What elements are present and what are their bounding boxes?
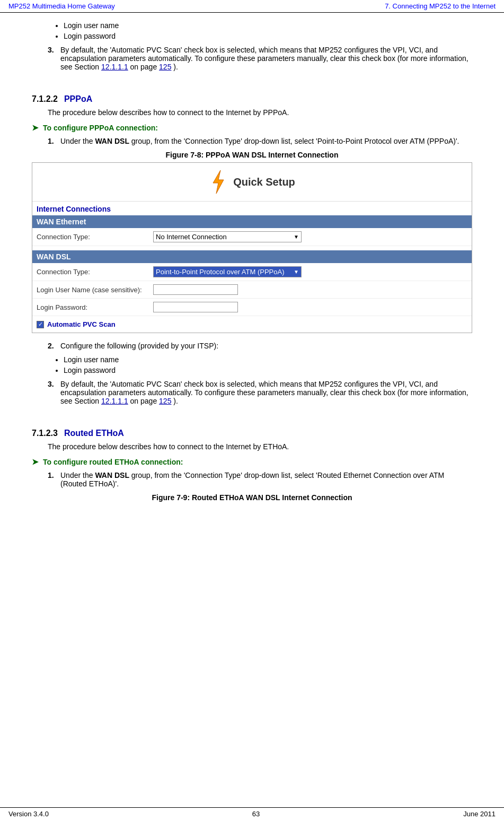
login-user-name-input[interactable] bbox=[153, 284, 238, 295]
login-password-input-wrap bbox=[153, 302, 467, 312]
step3-mid: 3. By default, the 'Automatic PVC Scan' … bbox=[32, 380, 472, 405]
login-password-input[interactable] bbox=[153, 302, 238, 312]
top-bullet-list: Login user name Login password bbox=[32, 21, 472, 40]
procedure-pppoa-heading: ➤ To configure PPPoA connection: bbox=[32, 123, 472, 133]
step-number: 2. bbox=[48, 342, 60, 350]
step-text: By default, the 'Automatic PVC Scan' che… bbox=[60, 380, 472, 405]
wan-dsl-connection-type-select[interactable]: Point-to-Point Protocol over ATM (PPPoA)… bbox=[153, 266, 302, 277]
procedure-pppoa-label: To configure PPPoA connection: bbox=[43, 124, 158, 132]
automatic-pvc-scan-label: Automatic PVC Scan bbox=[47, 320, 116, 328]
select-arrow-icon: ▼ bbox=[294, 234, 299, 240]
footer-date: June 2011 bbox=[463, 810, 496, 818]
figure8-box: Quick Setup Internet Connections WAN Eth… bbox=[32, 162, 472, 333]
login-password-row: Login Password: bbox=[32, 299, 472, 316]
wan-ethernet-connection-type-label: Connection Type: bbox=[37, 233, 153, 241]
wan-dsl-connection-type-row: Connection Type: Point-to-Point Protocol… bbox=[32, 263, 472, 281]
step2-pppoa: 2. Configure the following (provided by … bbox=[32, 342, 472, 350]
wan-dsl-bar: WAN DSL bbox=[32, 250, 472, 263]
step-number: 3. bbox=[48, 46, 60, 71]
link-12111[interactable]: 12.1.1.1 bbox=[101, 63, 128, 71]
login-user-name-input-wrap bbox=[153, 284, 467, 295]
arrow-icon: ➤ bbox=[32, 123, 39, 133]
wan-ethernet-input-wrap: No Internet Connection ▼ bbox=[153, 231, 467, 242]
section-723-intro: The procedure below describes how to con… bbox=[48, 442, 472, 451]
quick-setup-text: Quick Setup bbox=[233, 176, 295, 188]
link-125-mid[interactable]: 125 bbox=[159, 397, 171, 405]
footer-version: Version 3.4.0 bbox=[8, 810, 49, 818]
step1-pppoa: 1. Under the WAN DSL group, from the 'Co… bbox=[32, 137, 472, 145]
login-password-label: Login Password: bbox=[37, 303, 153, 311]
step1-ethoA: 1. Under the WAN DSL group, from the 'Co… bbox=[32, 471, 472, 488]
step-number: 1. bbox=[48, 471, 60, 488]
automatic-pvc-scan-row: ✓ Automatic PVC Scan bbox=[32, 316, 472, 333]
footer-page: 63 bbox=[252, 810, 260, 818]
figure9-title: Figure 7-9: Routed ETHoA WAN DSL Interne… bbox=[32, 493, 472, 502]
internet-connections-label: Internet Connections bbox=[32, 202, 472, 215]
procedure-ethoA-label: To configure routed ETHoA connection: bbox=[43, 458, 183, 466]
section-722-title: PPPoA bbox=[64, 94, 92, 104]
section-723-heading: 7.1.2.3 Routed ETHoA bbox=[32, 429, 472, 438]
step-text: Under the WAN DSL group, from the 'Conne… bbox=[60, 471, 472, 488]
step-text: By default, the 'Automatic PVC Scan' che… bbox=[60, 46, 472, 71]
step-text: Under the WAN DSL group, from the 'Conne… bbox=[60, 137, 472, 145]
mid-bullet-list: Login user name Login password bbox=[32, 355, 472, 374]
figure8-title: Figure 7-8: PPPoA WAN DSL Internet Conne… bbox=[32, 151, 472, 159]
step-number: 3. bbox=[48, 380, 60, 405]
automatic-pvc-scan-checkbox[interactable]: ✓ bbox=[37, 321, 44, 328]
list-item: Login password bbox=[64, 32, 472, 40]
link-125[interactable]: 125 bbox=[159, 63, 171, 71]
select-arrow-icon: ▼ bbox=[294, 269, 299, 275]
header-left: MP252 Multimedia Home Gateway bbox=[8, 2, 115, 10]
section-722-number: 7.1.2.2 bbox=[32, 94, 58, 104]
figure-header: Quick Setup bbox=[32, 163, 472, 202]
svg-marker-0 bbox=[213, 170, 224, 194]
wan-dsl-connection-type-label: Connection Type: bbox=[37, 268, 153, 276]
checkbox-wrap: ✓ Automatic PVC Scan bbox=[37, 320, 116, 328]
page-footer: Version 3.4.0 63 June 2011 bbox=[0, 807, 504, 820]
step-text: Configure the following (provided by you… bbox=[60, 342, 472, 350]
wan-ethernet-connection-type-select[interactable]: No Internet Connection ▼ bbox=[153, 231, 302, 242]
section-722-heading: 7.1.2.2 PPPoA bbox=[32, 94, 472, 104]
section-723-title: Routed ETHoA bbox=[64, 429, 124, 438]
wan-ethernet-connection-type-row: Connection Type: No Internet Connection … bbox=[32, 228, 472, 246]
step-number: 1. bbox=[48, 137, 60, 145]
page-header: MP252 Multimedia Home Gateway 7. Connect… bbox=[0, 0, 504, 13]
section-723-number: 7.1.2.3 bbox=[32, 429, 58, 438]
lightning-icon bbox=[209, 169, 228, 195]
header-right: 7. Connecting MP252 to the Internet bbox=[385, 2, 496, 10]
wan-dsl-input-wrap: Point-to-Point Protocol over ATM (PPPoA)… bbox=[153, 266, 467, 277]
step3-top: 3. By default, the 'Automatic PVC Scan' … bbox=[32, 46, 472, 71]
list-item: Login user name bbox=[64, 355, 472, 364]
list-item: Login password bbox=[64, 366, 472, 374]
list-item: Login user name bbox=[64, 21, 472, 30]
procedure-ethoA-heading: ➤ To configure routed ETHoA connection: bbox=[32, 457, 472, 467]
section-722-intro: The procedure below describes how to con… bbox=[48, 108, 472, 117]
wan-ethernet-bar: WAN Ethernet bbox=[32, 215, 472, 228]
login-user-name-row: Login User Name (case sensitive): bbox=[32, 281, 472, 299]
arrow-icon: ➤ bbox=[32, 457, 39, 467]
login-user-name-label: Login User Name (case sensitive): bbox=[37, 286, 153, 294]
link-12111-mid[interactable]: 12.1.1.1 bbox=[101, 397, 128, 405]
